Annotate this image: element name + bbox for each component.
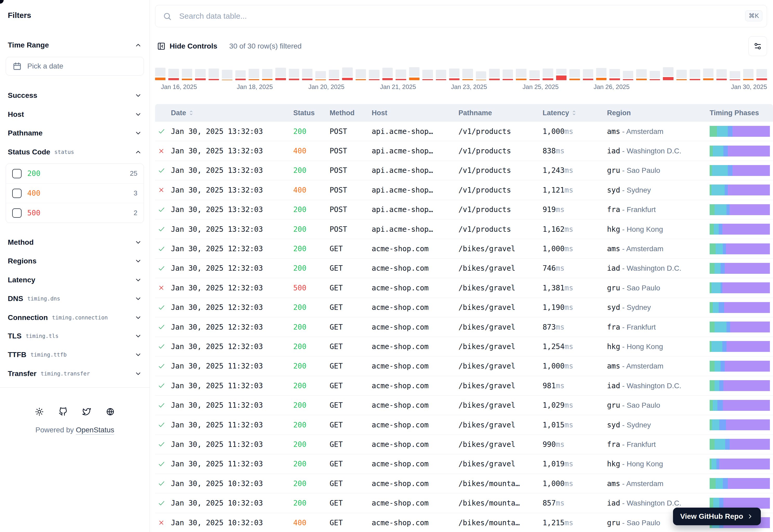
timeline-bar[interactable]: [610, 69, 620, 80]
section-transfer[interactable]: Transfer timing.transfer: [8, 369, 144, 378]
timeline-bar[interactable]: [409, 67, 419, 80]
header-timing-phases[interactable]: Timing Phases: [710, 109, 773, 117]
section-time-range[interactable]: Time Range: [8, 40, 144, 50]
section-connection[interactable]: Connection timing.connection: [8, 313, 144, 322]
timeline-bar[interactable]: [690, 70, 700, 80]
status-code-option[interactable]: 20025: [6, 164, 144, 183]
table-row[interactable]: Jan 30, 2025 13:32:03200POSTapi.acme-sho…: [155, 122, 773, 141]
view-options-button[interactable]: [748, 36, 767, 56]
timeline-bar[interactable]: [329, 70, 339, 80]
timeline-bar[interactable]: [249, 69, 259, 80]
table-row[interactable]: Jan 30, 2025 13:32:03200POSTapi.acme-sho…: [155, 220, 773, 239]
timeline-bar[interactable]: [289, 69, 299, 80]
timeline-bar[interactable]: [476, 71, 486, 80]
timeline-bar[interactable]: [396, 70, 406, 80]
timeline-bar[interactable]: [356, 69, 366, 80]
section-ttfb[interactable]: TTFB timing.ttfb: [8, 350, 144, 359]
timeline-bar[interactable]: [449, 69, 459, 80]
timeline-bar[interactable]: [369, 70, 379, 80]
table-row[interactable]: Jan 30, 2025 11:32:03200GETacme-shop.com…: [155, 454, 773, 474]
timeline-bar[interactable]: [703, 69, 714, 80]
status-code-option[interactable]: 5002: [6, 203, 144, 223]
timeline-bar[interactable]: [542, 69, 553, 80]
view-github-repo-button[interactable]: View GitHub Repo: [673, 508, 761, 525]
timeline-bar[interactable]: [195, 69, 206, 80]
timeline-bar[interactable]: [756, 69, 767, 80]
table-row[interactable]: Jan 30, 2025 12:32:03200GETacme-shop.com…: [155, 298, 773, 317]
hide-controls-button[interactable]: Hide Controls: [155, 42, 220, 50]
header-region[interactable]: Region: [607, 109, 710, 117]
section-regions[interactable]: Regions: [8, 256, 144, 266]
header-latency[interactable]: Latency: [542, 109, 607, 117]
timeline-bar[interactable]: [556, 69, 566, 80]
table-row[interactable]: Jan 30, 2025 11:32:03200GETacme-shop.com…: [155, 395, 773, 415]
timeline-bar[interactable]: [209, 69, 219, 80]
table-row[interactable]: Jan 30, 2025 11:32:03200GETacme-shop.com…: [155, 435, 773, 454]
timeline-bar[interactable]: [382, 68, 393, 80]
timeline-bar[interactable]: [503, 70, 513, 80]
timeline-bar[interactable]: [636, 69, 647, 80]
table-row[interactable]: Jan 30, 2025 12:32:03200GETacme-shop.com…: [155, 317, 773, 337]
github-icon[interactable]: [59, 407, 67, 416]
timeline-bar[interactable]: [716, 69, 727, 80]
twitter-icon[interactable]: [82, 407, 91, 416]
timeline-bar[interactable]: [422, 70, 433, 80]
section-method[interactable]: Method: [8, 238, 144, 247]
timeline-bar[interactable]: [315, 71, 326, 80]
table-row[interactable]: Jan 30, 2025 13:32:03200POSTapi.acme-sho…: [155, 161, 773, 180]
section-tls[interactable]: TLS timing.tls: [8, 331, 144, 341]
timeline-bar[interactable]: [155, 68, 165, 80]
table-row[interactable]: Jan 30, 2025 11:32:03200GETacme-shop.com…: [155, 415, 773, 435]
checkbox[interactable]: [12, 189, 22, 198]
section-status-code[interactable]: Status Code status: [8, 147, 144, 157]
table-row[interactable]: Jan 30, 2025 11:32:03200GETacme-shop.com…: [155, 376, 773, 395]
checkbox[interactable]: [12, 208, 22, 218]
header-pathname[interactable]: Pathname: [458, 109, 542, 117]
timeline-bar[interactable]: [663, 67, 673, 80]
checkbox[interactable]: [12, 169, 22, 178]
header-host[interactable]: Host: [372, 109, 458, 117]
table-row[interactable]: Jan 30, 2025 13:32:03400POSTapi.acme-sho…: [155, 180, 773, 200]
table-row[interactable]: Jan 30, 2025 11:32:03200GETacme-shop.com…: [155, 357, 773, 376]
timeline-bar[interactable]: [650, 71, 660, 80]
timeline-bar[interactable]: [275, 68, 286, 80]
table-row[interactable]: Jan 30, 2025 12:32:03500GETacme-shop.com…: [155, 278, 773, 298]
table-row[interactable]: Jan 30, 2025 12:32:03200GETacme-shop.com…: [155, 239, 773, 258]
timeline-bar[interactable]: [583, 69, 593, 80]
timeline-bar[interactable]: [569, 69, 580, 80]
status-code-option[interactable]: 4003: [6, 183, 144, 203]
theme-toggle-sun-icon[interactable]: [35, 407, 44, 416]
section-success[interactable]: Success: [8, 91, 144, 100]
timeline-bar[interactable]: [168, 69, 179, 80]
table-row[interactable]: Jan 30, 2025 12:32:03200GETacme-shop.com…: [155, 259, 773, 278]
search-input[interactable]: [155, 5, 767, 27]
section-host[interactable]: Host: [8, 110, 144, 119]
header-date[interactable]: Date: [171, 109, 293, 117]
section-dns[interactable]: DNS timing.dns: [8, 294, 144, 303]
timeline-bar[interactable]: [342, 67, 353, 80]
timeline-bar[interactable]: [436, 70, 446, 80]
timeline-bar[interactable]: [262, 69, 273, 80]
header-method[interactable]: Method: [330, 109, 372, 117]
timeline-bar[interactable]: [516, 69, 526, 80]
section-pathname[interactable]: Pathname: [8, 128, 144, 138]
timeline-bar[interactable]: [730, 71, 740, 80]
openstatus-link[interactable]: OpenStatus: [76, 426, 114, 434]
globe-icon[interactable]: [106, 407, 114, 416]
date-picker-button[interactable]: Pick a date: [6, 57, 144, 76]
timeline-bar[interactable]: [596, 68, 607, 80]
timeline-bar[interactable]: [623, 71, 633, 80]
section-latency[interactable]: Latency: [8, 275, 144, 285]
timeline-bar[interactable]: [743, 69, 754, 80]
table-row[interactable]: Jan 30, 2025 13:32:03200POSTapi.acme-sho…: [155, 200, 773, 220]
table-row[interactable]: Jan 30, 2025 12:32:03200GETacme-shop.com…: [155, 337, 773, 356]
header-status[interactable]: Status: [293, 109, 330, 117]
timeline-bar[interactable]: [182, 69, 192, 80]
timeline-bar[interactable]: [222, 70, 232, 80]
timeline-bar[interactable]: [676, 70, 687, 80]
timeline-bar[interactable]: [235, 70, 246, 80]
table-row[interactable]: Jan 30, 2025 13:32:03400POSTapi.acme-sho…: [155, 141, 773, 161]
table-row[interactable]: Jan 30, 2025 10:32:03200GETacme-shop.com…: [155, 474, 773, 493]
timeline-bar[interactable]: [489, 69, 499, 80]
timeline-bar[interactable]: [462, 69, 473, 80]
